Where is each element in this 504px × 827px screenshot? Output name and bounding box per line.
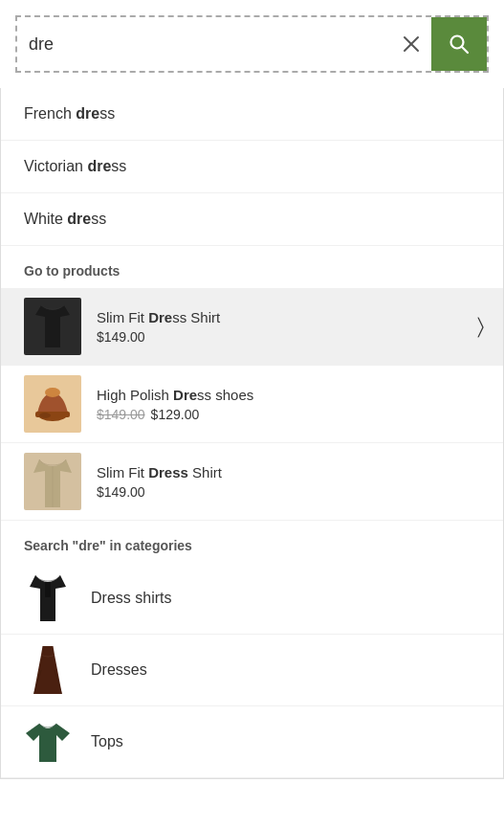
product-item-1[interactable]: Slim Fit Dress Shirt $149.00 〉: [1, 288, 503, 366]
cursor-pointer-icon: 〉: [477, 314, 484, 339]
category-thumb-dresses: [24, 646, 72, 694]
category-item-dresses[interactable]: Dresses: [1, 635, 503, 706]
product-price-3: $149.00: [97, 484, 480, 500]
product-item-3[interactable]: Slim Fit Dress Shirt $149.00: [1, 443, 503, 521]
svg-rect-8: [45, 582, 51, 597]
product-price-2: $149.00$129.00: [97, 407, 480, 422]
product-info-2: High Polish Dress shoes $149.00$129.00: [97, 387, 480, 422]
search-clear-button[interactable]: [391, 26, 431, 62]
search-dropdown: French dress Victorian dress White dress…: [0, 88, 504, 779]
section-products-header: Go to products: [1, 246, 503, 288]
category-name-dresses: Dresses: [91, 661, 147, 679]
search-bar: [15, 15, 489, 73]
product-name-1: Slim Fit Dress Shirt: [97, 309, 480, 325]
product-info-3: Slim Fit Dress Shirt $149.00: [97, 464, 480, 500]
product-name-2: High Polish Dress shoes: [97, 387, 480, 403]
product-name-3: Slim Fit Dress Shirt: [97, 464, 480, 481]
product-info-1: Slim Fit Dress Shirt $149.00: [97, 309, 480, 345]
suggestion-victorian-dress[interactable]: Victorian dress: [1, 141, 503, 193]
category-thumb-dress-shirts: [24, 574, 72, 622]
suggestion-french-dress[interactable]: French dress: [1, 88, 503, 141]
search-icon: [449, 34, 470, 55]
section-categories-header: Search "dre" in categories: [1, 521, 503, 563]
close-icon: [403, 35, 420, 53]
product-thumb-3: [24, 453, 81, 510]
search-submit-button[interactable]: [431, 17, 487, 71]
product-thumb-1: [24, 298, 81, 355]
svg-point-5: [45, 388, 60, 397]
svg-point-7: [39, 413, 51, 418]
svg-line-3: [462, 47, 468, 53]
search-input[interactable]: [17, 21, 391, 68]
category-item-dress-shirts[interactable]: Dress shirts: [1, 563, 503, 635]
category-name-dress-shirts: Dress shirts: [91, 590, 171, 607]
category-item-tops[interactable]: Tops: [1, 706, 503, 778]
product-price-1: $149.00: [97, 329, 480, 345]
product-item-2[interactable]: High Polish Dress shoes $149.00$129.00: [1, 366, 503, 443]
suggestion-white-dress[interactable]: White dress: [1, 193, 503, 246]
category-thumb-tops: [24, 718, 72, 766]
product-thumb-2: [24, 375, 81, 433]
category-name-tops: Tops: [91, 733, 123, 750]
